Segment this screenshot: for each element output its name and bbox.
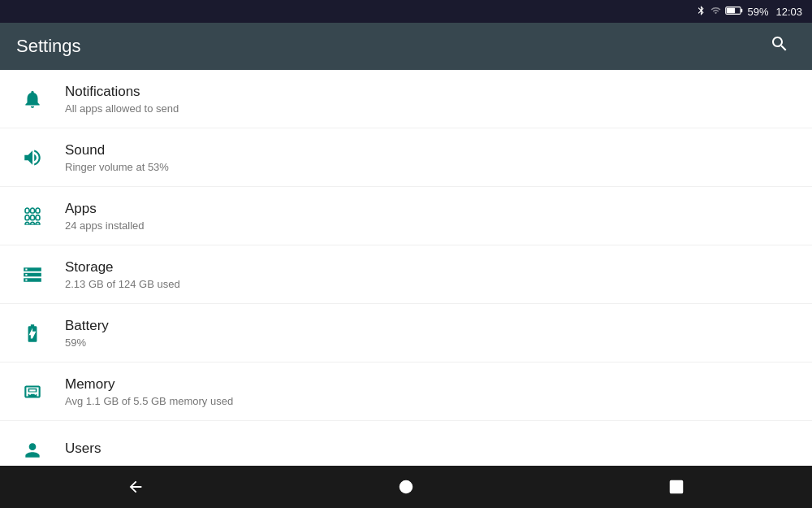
- settings-item-notifications[interactable]: Notifications All apps allowed to send: [0, 70, 812, 128]
- signal-icon: [710, 4, 721, 20]
- svg-point-3: [400, 481, 412, 493]
- apps-subtitle: 24 apps installed: [65, 219, 145, 232]
- battery-icon: [16, 323, 49, 344]
- memory-icon: [16, 381, 49, 402]
- settings-item-storage[interactable]: Storage 2.13 GB of 124 GB used: [0, 245, 812, 304]
- storage-title: Storage: [65, 259, 180, 276]
- apps-text: Apps 24 apps installed: [65, 201, 145, 232]
- storage-subtitle: 2.13 GB of 124 GB used: [65, 278, 180, 290]
- settings-item-sound[interactable]: Sound Ringer volume at 53%: [0, 128, 812, 187]
- battery-title: Battery: [65, 318, 109, 334]
- users-title: Users: [65, 441, 101, 457]
- navigation-bar: [0, 466, 812, 508]
- bluetooth-icon: [696, 4, 706, 20]
- status-icons: 59% 12:03: [696, 4, 802, 20]
- sound-title: Sound: [65, 142, 169, 158]
- memory-subtitle: Avg 1.1 GB of 5.5 GB memory used: [65, 395, 233, 407]
- battery-subtitle: 59%: [65, 336, 109, 349]
- battery-percent: 59%: [747, 6, 768, 18]
- storage-icon: [16, 264, 49, 285]
- notifications-title: Notifications: [65, 84, 179, 100]
- memory-title: Memory: [65, 376, 233, 393]
- home-button[interactable]: [382, 471, 430, 503]
- battery-text: Battery 59%: [65, 318, 109, 349]
- users-icon: [16, 440, 49, 461]
- bell-icon: [16, 89, 49, 110]
- back-button[interactable]: [111, 471, 160, 503]
- settings-item-apps[interactable]: Apps 24 apps installed: [0, 187, 812, 245]
- status-bar: 59% 12:03: [0, 0, 812, 23]
- top-app-bar: Settings: [0, 23, 812, 70]
- notifications-subtitle: All apps allowed to send: [65, 102, 179, 115]
- sound-subtitle: Ringer volume at 53%: [65, 161, 169, 173]
- settings-list: Notifications All apps allowed to send S…: [0, 70, 812, 466]
- search-button[interactable]: [763, 28, 796, 65]
- sound-icon: [16, 147, 49, 168]
- memory-text: Memory Avg 1.1 GB of 5.5 GB memory used: [65, 376, 233, 407]
- settings-item-users[interactable]: Users: [0, 421, 812, 466]
- svg-rect-2: [741, 8, 742, 11]
- battery-status-icon: [725, 5, 743, 19]
- status-time: 12:03: [775, 6, 802, 18]
- storage-text: Storage 2.13 GB of 124 GB used: [65, 259, 180, 290]
- users-text: Users: [65, 441, 101, 459]
- svg-rect-1: [727, 7, 735, 13]
- page-title: Settings: [16, 36, 81, 57]
- recents-button[interactable]: [652, 471, 701, 503]
- svg-rect-4: [671, 481, 683, 493]
- apps-title: Apps: [65, 201, 145, 217]
- settings-item-memory[interactable]: Memory Avg 1.1 GB of 5.5 GB memory used: [0, 363, 812, 421]
- sound-text: Sound Ringer volume at 53%: [65, 142, 169, 173]
- notifications-text: Notifications All apps allowed to send: [65, 84, 179, 115]
- apps-icon: [16, 206, 49, 227]
- settings-item-battery[interactable]: Battery 59%: [0, 304, 812, 363]
